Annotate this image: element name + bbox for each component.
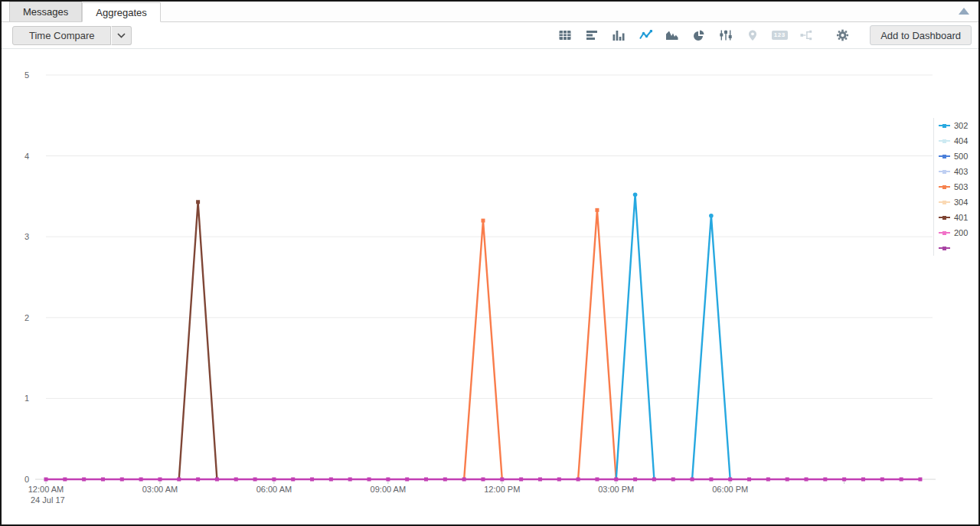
series-marker-200 [158,478,162,482]
legend-label: 503 [954,182,968,191]
y-axis-label: 4 [24,152,29,161]
series-marker-200 [918,478,922,482]
series-marker-200 [348,478,352,482]
column-chart-icon[interactable] [610,27,627,44]
collapse-panel-icon[interactable] [959,8,969,15]
legend-item-500[interactable]: 500 [939,149,968,164]
time-compare-dropdown-button[interactable] [111,26,132,45]
series-line-503 [578,210,616,479]
series-marker-200 [101,478,105,482]
series-marker-200 [234,478,238,482]
series-marker-200 [291,478,295,482]
series-marker-200 [633,478,637,482]
series-marker-200 [557,478,561,482]
series-marker-200 [120,478,124,482]
legend-label: 401 [954,213,968,222]
series-marker-200 [842,478,846,482]
aggregates-line-chart: 01234512:00 AM24 Jul 1703:00 AM06:00 AM0… [2,49,980,526]
series-marker-200 [728,478,732,482]
add-to-dashboard-button[interactable]: Add to Dashboard [870,25,972,45]
legend-marker-icon [939,155,950,157]
series-marker-200 [577,478,580,482]
series-marker-200 [861,478,865,482]
line-chart-icon[interactable] [637,27,654,44]
tab-aggregates[interactable]: Aggregates [82,2,161,22]
series-marker-200 [196,478,200,482]
chevron-down-icon [117,33,126,38]
series-marker-200 [462,478,466,482]
series-marker-200 [500,478,504,482]
legend-label: 500 [954,152,968,161]
series-marker-302 [709,214,714,218]
series-line-302 [616,194,655,479]
series-marker-200 [805,478,808,482]
legend-marker-icon [939,247,950,249]
single-value-icon[interactable]: 123 [771,27,788,44]
legend-label: 304 [954,198,968,207]
legend-item-304[interactable]: 304 [939,194,968,210]
x-axis-label: 03:00 PM [598,485,634,494]
series-line-401 [179,202,217,479]
time-compare-button[interactable]: Time Compare [12,26,111,45]
settings-gear-icon[interactable] [834,27,851,44]
table-icon[interactable] [557,27,573,44]
series-marker-200 [671,478,675,482]
legend-item-403[interactable]: 403 [939,164,968,179]
y-axis-label: 5 [24,70,29,80]
series-marker-200 [900,478,903,482]
box-plot-icon[interactable] [717,27,734,44]
map-pin-icon[interactable] [744,27,761,44]
series-marker-200 [747,478,751,482]
series-marker-200 [368,478,371,482]
y-axis-label: 0 [24,475,29,484]
series-marker-200 [63,478,67,482]
y-axis-label: 3 [24,232,29,241]
series-marker-200 [538,478,542,482]
legend-item-401[interactable]: 401 [939,210,968,225]
legend-label: 404 [954,136,968,145]
series-marker-200 [481,478,485,482]
series-marker-200 [215,478,219,482]
x-axis-date-label: 24 Jul 17 [31,495,65,505]
chart-type-icon-row: 123 [557,25,972,45]
series-marker-200 [652,478,656,482]
legend-marker-icon [939,217,950,218]
chart-legend: 302404500403503304401200 [933,118,968,256]
flow-icon[interactable] [798,27,815,44]
series-marker-200 [310,478,314,482]
series-marker-200 [709,478,713,482]
series-marker-200 [691,478,694,482]
legend-item-series[interactable] [939,240,968,256]
series-line-302 [692,216,730,479]
single-value-badge: 123 [772,31,788,40]
x-axis-label: 03:00 AM [142,485,178,494]
series-marker-200 [44,478,48,482]
x-axis-label: 12:00 PM [484,485,520,494]
series-marker-200 [405,478,409,482]
series-marker-200 [272,478,276,482]
legend-item-200[interactable]: 200 [939,225,968,240]
legend-marker-icon [939,186,950,188]
legend-item-404[interactable]: 404 [939,133,968,149]
legend-marker-icon [939,232,950,234]
legend-item-503[interactable]: 503 [939,179,968,194]
results-tab-bar: Messages Aggregates [2,2,978,22]
tab-messages[interactable]: Messages [9,2,82,21]
bar-chart-icon[interactable] [583,27,600,44]
series-marker-200 [386,478,390,482]
series-marker-200 [786,478,789,482]
pie-chart-icon[interactable] [691,27,707,44]
aggregates-chart-area: 01234512:00 AM24 Jul 1703:00 AM06:00 AM0… [2,49,978,526]
legend-item-302[interactable]: 302 [939,118,968,133]
series-marker-200 [880,478,884,482]
x-axis-label: 06:00 AM [256,485,292,494]
legend-marker-icon [939,171,950,172]
series-marker-200 [253,478,257,482]
legend-label: 302 [954,121,968,130]
area-chart-icon[interactable] [664,27,681,44]
series-marker-200 [177,478,181,482]
time-compare-split-button: Time Compare [12,26,132,45]
legend-marker-icon [939,125,950,126]
series-marker-200 [519,478,523,482]
x-axis-label: 06:00 PM [712,485,748,494]
